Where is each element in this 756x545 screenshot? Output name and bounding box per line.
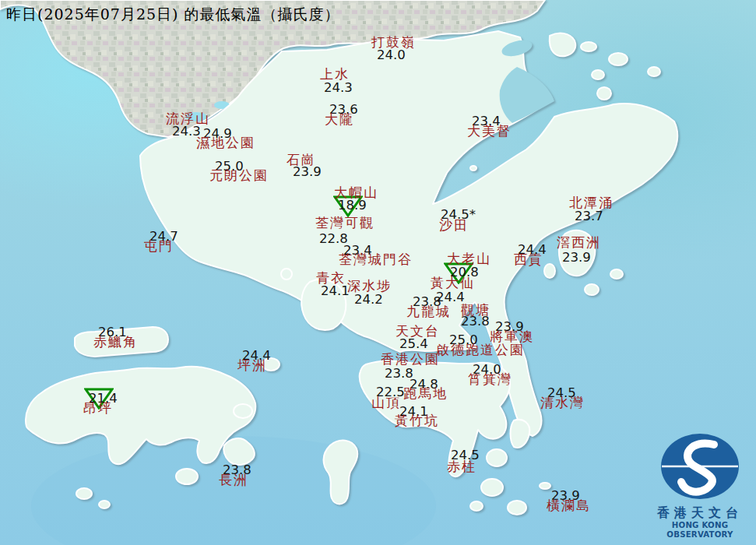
station-name: 山頂 — [371, 396, 401, 410]
station-temperature: 24.2 — [354, 294, 383, 307]
station-name: 筲箕灣 — [468, 373, 512, 386]
station-temperature: 24.3 — [324, 82, 353, 95]
station-name: 觀塘 — [461, 304, 491, 317]
station-name: 濕地公園 — [196, 136, 255, 149]
station-name: 荃灣城門谷 — [339, 253, 413, 266]
station-name: 黃竹坑 — [395, 414, 439, 427]
station-temperature: 23.7 — [575, 210, 603, 223]
station-name: 石崗 — [287, 153, 316, 167]
station-name: 香港公園 — [381, 353, 440, 366]
station-name: 西貢 — [514, 253, 543, 266]
station-name: 青衣 — [316, 272, 346, 285]
station-name: 坪洲 — [237, 359, 267, 372]
station-name: 大帽山 — [334, 186, 378, 199]
station-name: 滘西洲 — [557, 236, 601, 249]
station-temperature: 24.1 — [321, 285, 350, 298]
station-name: 流浮山 — [166, 112, 210, 125]
station-name: 清水灣 — [540, 396, 585, 410]
station-name: 大老山 — [447, 252, 491, 265]
station-name: 上水 — [320, 68, 350, 81]
hko-logo-icon — [649, 432, 751, 502]
station-temperature: 23.9 — [562, 251, 591, 265]
station-name: 天文台 — [396, 325, 440, 338]
station-name: 大美督 — [467, 125, 512, 138]
station-name: 沙田 — [439, 219, 469, 232]
hko-logo: 香港天文台 HONG KONG OBSERVATORY — [647, 432, 753, 540]
station-name: 九龍城 — [406, 305, 451, 318]
stations-layer: 24.0打鼓嶺24.3上水23.6大隴23.4大美督24.3流浮山24.9濕地公… — [0, 0, 756, 545]
map-title: 昨日(2025年07月25日) 的最低氣溫（攝氏度） — [6, 5, 340, 25]
station-name: 元朗公園 — [209, 169, 269, 182]
station-name: 屯門 — [144, 240, 174, 253]
station-name: 北潭涌 — [569, 196, 614, 209]
station-name: 長洲 — [219, 473, 248, 487]
hko-logo-english-name: HONG KONG OBSERVATORY — [647, 521, 753, 541]
station-temperature: 24.0 — [377, 49, 406, 62]
station-name: 赤鱲角 — [93, 336, 138, 349]
weather-map: 昨日(2025年07月25日) 的最低氣溫（攝氏度） 24.0打鼓嶺24.3上水… — [0, 0, 756, 545]
station-name: 深水埗 — [347, 280, 392, 293]
station-name: 荃灣可觀 — [315, 216, 374, 230]
station-name: 黃大仙 — [431, 276, 475, 290]
station-name: 橫瀾島 — [547, 499, 591, 512]
station-name: 大隴 — [325, 113, 354, 126]
hko-logo-chinese-name: 香港天文台 — [647, 505, 753, 520]
station-name: 啟德跑道公園 — [436, 343, 525, 357]
station-temperature: 18.9 — [338, 199, 367, 213]
station-name: 昂坪 — [83, 402, 113, 415]
station-name: 將軍澳 — [490, 330, 534, 343]
station-name: 跑馬地 — [403, 387, 448, 400]
station-temperature: 23.9 — [293, 166, 322, 179]
station-name: 打鼓嶺 — [371, 36, 416, 49]
station-name: 赤柱 — [447, 460, 476, 473]
station-temperature: 25.4 — [399, 338, 428, 351]
